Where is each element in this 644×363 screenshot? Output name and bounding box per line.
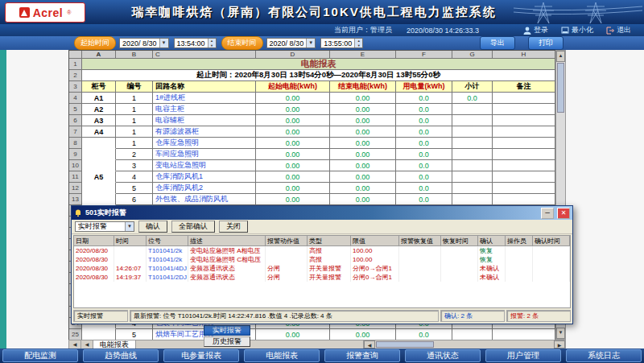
corner-cell[interactable]: [69, 51, 82, 59]
scrollbar-thumb[interactable]: [376, 341, 434, 348]
row-number[interactable]: 9: [69, 149, 82, 160]
calendar-dropdown-icon[interactable]: ▼: [306, 39, 315, 47]
time-spinner-icon[interactable]: ▲▼: [354, 39, 362, 47]
end-energy-cell[interactable]: 0.00: [330, 149, 396, 160]
circuit-name-cell[interactable]: 电容辅柜: [153, 115, 256, 126]
usage-cell[interactable]: 0.0: [396, 93, 452, 104]
nav-item[interactable]: 报警查询: [324, 349, 400, 362]
confirm-all-button[interactable]: 全部确认: [171, 221, 215, 233]
alarm-row[interactable]: 2020/08/30T101041/2k变电站应急照明 C相电压高报100.00…: [74, 255, 570, 264]
history-alarm-button[interactable]: 历史报警: [204, 336, 250, 347]
column-letter[interactable]: G: [452, 51, 493, 59]
start-energy-cell[interactable]: 0.00: [256, 126, 330, 138]
circuit-name-cell[interactable]: 仓库消防风机1: [153, 171, 256, 183]
circuit-name-cell[interactable]: 1#进线柜: [153, 93, 256, 104]
end-energy-cell[interactable]: 0.00: [330, 115, 396, 126]
usage-cell[interactable]: 0.0: [396, 160, 452, 171]
end-time-spinner[interactable]: 13:55:00 ▲▼: [320, 38, 363, 48]
end-energy-cell[interactable]: 0.00: [330, 183, 396, 194]
start-energy-cell[interactable]: 0.00: [256, 183, 330, 194]
row-number[interactable]: 7: [69, 126, 82, 138]
close-button[interactable]: 关闭: [219, 221, 248, 233]
scroll-left-icon[interactable]: ◀: [364, 340, 375, 349]
report-title-cell[interactable]: 电能报表: [82, 59, 555, 70]
subtotal-cell[interactable]: [452, 126, 493, 138]
end-energy-cell[interactable]: 0.00: [330, 171, 396, 183]
usage-cell[interactable]: 0.0: [396, 183, 452, 194]
cabinet-cell[interactable]: [82, 194, 116, 205]
usage-cell[interactable]: 0.0: [396, 171, 452, 183]
column-letter[interactable]: F: [396, 51, 452, 59]
realtime-alarm-button[interactable]: 实时报警: [204, 325, 250, 336]
subtotal-cell[interactable]: [452, 183, 493, 194]
cabinet-cell[interactable]: A3: [82, 115, 116, 126]
number-cell[interactable]: 6: [116, 194, 153, 205]
remark-cell[interactable]: [493, 171, 555, 183]
column-letter[interactable]: A: [82, 51, 116, 59]
alarm-filter-dropdown[interactable]: 实时报警 ▼: [75, 221, 134, 232]
exit-button[interactable]: 退出: [606, 25, 631, 35]
print-button[interactable]: 打印: [528, 36, 564, 50]
column-letter[interactable]: B: [116, 51, 153, 59]
usage-cell[interactable]: 0.0: [396, 194, 452, 205]
end-energy-cell[interactable]: 0.00: [330, 194, 396, 205]
circuit-name-cell[interactable]: 变电站应急照明: [153, 160, 256, 171]
remark-cell[interactable]: [493, 104, 555, 115]
start-energy-cell[interactable]: 0.00: [256, 194, 330, 205]
end-date-picker[interactable]: 2020/ 8/30 ▼: [266, 38, 316, 48]
number-cell[interactable]: 3: [116, 160, 153, 171]
subtotal-cell[interactable]: [452, 104, 493, 115]
alarm-row[interactable]: 2020/08/3014:26:07T101041/4DJ变频器通讯状态分闸开关…: [74, 264, 570, 273]
start-energy-cell[interactable]: 0.00: [256, 93, 330, 104]
circuit-name-cell[interactable]: 有源滤波器柜: [153, 126, 256, 138]
time-spinner-icon[interactable]: ▲▼: [208, 39, 216, 47]
cabinet-cell[interactable]: A2: [82, 104, 116, 115]
end-energy-cell[interactable]: 0.00: [330, 160, 396, 171]
dialog-minimize-button[interactable]: ─: [541, 208, 554, 219]
cabinet-cell[interactable]: [82, 183, 116, 194]
cabinet-cell[interactable]: A4: [82, 126, 116, 138]
start-time-spinner[interactable]: 13:54:00 ▲▼: [174, 38, 217, 48]
remark-cell[interactable]: [493, 115, 555, 126]
scrollbar-thumb[interactable]: [557, 63, 564, 113]
dialog-close-button[interactable]: ✕: [557, 208, 570, 219]
usage-cell[interactable]: 0.0: [396, 329, 452, 340]
number-cell[interactable]: 2: [116, 149, 153, 160]
export-button[interactable]: 导出: [480, 36, 515, 50]
row-number[interactable]: 10: [69, 160, 82, 171]
cabinet-cell[interactable]: [82, 160, 116, 171]
scroll-up-icon[interactable]: ▲: [556, 51, 565, 62]
circuit-name-cell[interactable]: 外包装、成品消防风机: [153, 194, 256, 205]
circuit-name-cell[interactable]: 电容主柜: [153, 104, 256, 115]
minimize-button[interactable]: 最小化: [561, 25, 593, 35]
row-number[interactable]: 4: [69, 93, 82, 104]
calendar-dropdown-icon[interactable]: ▼: [159, 39, 168, 47]
number-cell[interactable]: 4: [116, 171, 153, 183]
start-energy-cell[interactable]: 0.00: [256, 160, 330, 171]
usage-cell[interactable]: 0.0: [396, 115, 452, 126]
row-number[interactable]: 12: [69, 183, 82, 194]
end-energy-cell[interactable]: 0.00: [330, 126, 396, 138]
cabinet-cell[interactable]: A5: [82, 171, 116, 183]
circuit-name-cell[interactable]: 车间应急照明: [153, 149, 256, 160]
number-cell[interactable]: 1: [116, 104, 153, 115]
row-number[interactable]: 2: [69, 70, 82, 81]
column-letter[interactable]: D: [256, 51, 330, 59]
row-number[interactable]: 5: [69, 104, 82, 115]
end-energy-cell[interactable]: 0.00: [330, 138, 396, 149]
remark-cell[interactable]: [493, 149, 555, 160]
remark-cell[interactable]: [493, 93, 555, 104]
sheet-tab-energy-report[interactable]: 电能报表: [93, 340, 136, 349]
remark-cell[interactable]: [493, 160, 555, 171]
number-cell[interactable]: 1: [116, 126, 153, 138]
subtotal-cell[interactable]: [452, 138, 493, 149]
row-number[interactable]: 8: [69, 138, 82, 149]
end-energy-cell[interactable]: 0.00: [330, 329, 396, 340]
report-period-cell[interactable]: 起止时间：2020年8月30日 13时54分0秒—2020年8月30日 13时5…: [82, 70, 555, 81]
column-letter[interactable]: H: [493, 51, 555, 59]
cabinet-cell[interactable]: A1: [82, 93, 116, 104]
start-energy-cell[interactable]: 0.00: [256, 115, 330, 126]
start-date-picker[interactable]: 2020/ 8/30 ▼: [119, 38, 169, 48]
subtotal-cell[interactable]: [452, 329, 493, 340]
row-number[interactable]: 13: [69, 194, 82, 205]
